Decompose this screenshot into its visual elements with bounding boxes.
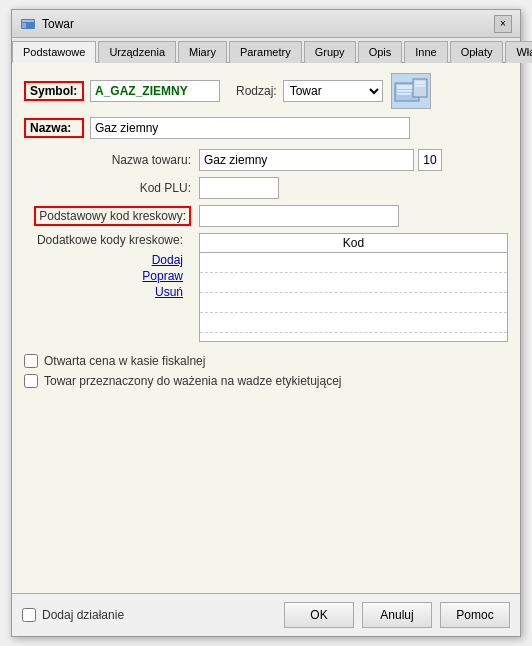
title-bar: Towar × — [12, 10, 520, 38]
pomoc-button[interactable]: Pomoc — [440, 602, 510, 628]
footer-left: Dodaj działanie — [22, 608, 124, 622]
tab-grupy[interactable]: Grupy — [304, 41, 356, 63]
checkbox1-row: Otwarta cena w kasie fiskalnej — [24, 354, 508, 368]
svg-rect-2 — [22, 23, 26, 28]
checkboxes-section: Otwarta cena w kasie fiskalnej Towar prz… — [24, 354, 508, 388]
dodatkowe-kody-section: Dodatkowe kody kreskowe: Dodaj Popraw Us… — [24, 233, 508, 342]
dodatkowe-kody-label: Dodatkowe kody kreskowe: — [37, 233, 191, 247]
checkbox-otwarta-cena[interactable] — [24, 354, 38, 368]
svg-rect-1 — [22, 20, 34, 22]
close-button[interactable]: × — [494, 15, 512, 33]
podstawowy-kod-label-bordered: Podstawowy kod kreskowy: — [34, 206, 191, 226]
symbol-input[interactable] — [90, 80, 220, 102]
kod-plu-row: Kod PLU: — [24, 177, 508, 199]
form-section: Nazwa towaru: 10 Kod PLU: Podstawowy kod… — [24, 149, 508, 388]
rodzaj-select[interactable]: Towar Usługa — [283, 80, 383, 102]
dodaj-link[interactable]: Dodaj — [152, 253, 183, 267]
main-window: Towar × Podstawowe Urządzenia Miary Para… — [11, 9, 521, 637]
tab-bar: Podstawowe Urządzenia Miary Parametry Gr… — [12, 38, 520, 63]
podstawowy-kod-row: Podstawowy kod kreskowy: — [24, 205, 508, 227]
nazwa-label: Nazwa: — [24, 118, 84, 138]
window-title: Towar — [42, 17, 74, 31]
nazwa-towaru-row: Nazwa towaru: 10 — [24, 149, 508, 171]
footer-buttons: OK Anuluj Pomoc — [284, 602, 510, 628]
footer: Dodaj działanie OK Anuluj Pomoc — [12, 593, 520, 636]
svg-rect-6 — [397, 93, 411, 95]
rodzaj-label: Rodzaj: — [236, 84, 277, 98]
tab-oplaty[interactable]: Opłaty — [450, 41, 504, 63]
tab-parametry[interactable]: Parametry — [229, 41, 302, 63]
kod-header: Kod — [199, 233, 508, 252]
checkbox-wazenie[interactable] — [24, 374, 38, 388]
kod-row-4 — [200, 313, 507, 333]
kod-row-1 — [200, 253, 507, 273]
dodaj-dzialanie-label: Dodaj działanie — [42, 608, 124, 622]
window-icon — [20, 16, 36, 32]
podstawowy-kod-input[interactable] — [199, 205, 399, 227]
content-area: Symbol: Rodzaj: Towar Usługa — [12, 63, 520, 593]
tab-podstawowe[interactable]: Podstawowe — [12, 41, 96, 63]
tab-urzadzenia[interactable]: Urządzenia — [98, 41, 176, 63]
usun-link[interactable]: Usuń — [155, 285, 183, 299]
kod-list — [199, 252, 508, 342]
tab-miary[interactable]: Miary — [178, 41, 227, 63]
anuluj-button[interactable]: Anuluj — [362, 602, 432, 628]
product-svg-icon — [393, 75, 429, 107]
kod-row-3 — [200, 293, 507, 313]
svg-rect-9 — [415, 85, 425, 87]
podstawowy-kod-label: Podstawowy kod kreskowy: — [24, 209, 199, 223]
barcode-actions: Dodaj Popraw Usuń — [142, 253, 191, 299]
ok-button[interactable]: OK — [284, 602, 354, 628]
checkbox1-label: Otwarta cena w kasie fiskalnej — [44, 354, 205, 368]
tab-wlasne[interactable]: Własne — [505, 41, 532, 63]
product-icon — [391, 73, 431, 109]
svg-rect-8 — [415, 81, 425, 84]
kod-row-2 — [200, 273, 507, 293]
tab-opis[interactable]: Opis — [358, 41, 403, 63]
checkbox2-label: Towar przeznaczony do ważenia na wadze e… — [44, 374, 342, 388]
popraw-link[interactable]: Popraw — [142, 269, 183, 283]
nazwa-towaru-input[interactable] — [199, 149, 414, 171]
tab-inne[interactable]: Inne — [404, 41, 447, 63]
nazwa-towaru-num: 10 — [418, 149, 442, 171]
dodaj-dzialanie-checkbox[interactable] — [22, 608, 36, 622]
nazwa-input[interactable] — [90, 117, 410, 139]
symbol-label: Symbol: — [24, 81, 84, 101]
kod-plu-input[interactable] — [199, 177, 279, 199]
nazwa-towaru-label: Nazwa towaru: — [24, 153, 199, 167]
checkbox2-row: Towar przeznaczony do ważenia na wadze e… — [24, 374, 508, 388]
barcode-list-area: Kod — [199, 233, 508, 342]
kod-plu-label: Kod PLU: — [24, 181, 199, 195]
